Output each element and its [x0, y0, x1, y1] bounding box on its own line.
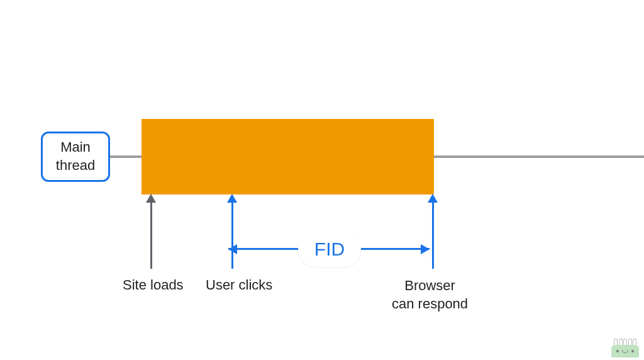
arrow-user-clicks	[227, 194, 237, 269]
arrowhead-up-icon	[227, 194, 237, 203]
arrow-stem	[150, 203, 152, 269]
label-user-clicks: User clicks	[206, 277, 272, 293]
android-logo-icon	[611, 339, 639, 357]
arrowhead-left-icon	[228, 244, 237, 254]
arrow-browser-respond	[428, 194, 438, 269]
arrowhead-right-icon	[421, 244, 430, 254]
fid-badge: FID	[298, 232, 361, 267]
arrow-stem	[231, 203, 233, 269]
arrowhead-up-icon	[428, 194, 438, 203]
label-browser-respond: Browsercan respond	[392, 277, 468, 313]
fid-badge-label: FID	[314, 239, 345, 260]
fid-diagram: Main thread FID Site loads User clicks B…	[0, 0, 644, 360]
arrow-site-loads	[146, 194, 156, 269]
arrowhead-up-icon	[146, 194, 156, 203]
main-thread-box: Main thread	[41, 132, 110, 182]
label-site-loads: Site loads	[123, 277, 184, 293]
arrow-stem	[432, 203, 434, 269]
main-thread-label: Main thread	[43, 138, 108, 174]
task-block	[142, 119, 434, 194]
